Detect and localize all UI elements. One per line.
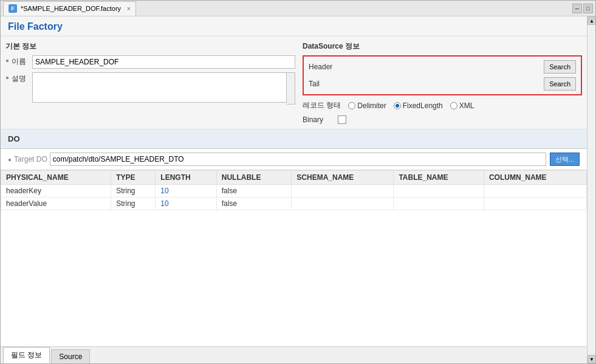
- header-search-button[interactable]: Search: [544, 60, 576, 74]
- cell-length: 10: [156, 185, 216, 197]
- desc-textarea[interactable]: [32, 72, 287, 103]
- desc-scrollbar[interactable]: [287, 72, 295, 105]
- tab-close-button[interactable]: ×: [127, 5, 131, 12]
- fixedlength-label: FixedLength: [403, 101, 443, 110]
- main-panel: File Factory 기본 정보 ● 이름 ● 설명: [1, 16, 587, 363]
- cell-schema-name: [292, 185, 394, 197]
- header-row: Header Search: [309, 60, 576, 74]
- record-type-row: 레코드 형태 Delimiter FixedLength: [303, 100, 582, 111]
- select-button[interactable]: 선택...: [550, 153, 580, 166]
- fixedlength-radio-circle: [394, 102, 401, 109]
- col-nullable: NULLABLE: [216, 171, 292, 185]
- target-do-label: Target DO: [14, 155, 47, 163]
- cell-schema-name: [292, 197, 394, 210]
- data-table: PHYSICAL_NAME TYPE LENGTH NULLABLE SCHEM…: [1, 170, 587, 210]
- target-do-bullet: ●: [8, 156, 12, 163]
- col-table-name: TABLE_NAME: [394, 171, 484, 185]
- minimize-button[interactable]: ─: [572, 4, 582, 13]
- editor-tab[interactable]: F *SAMPLE_HEADER_DOF.factory ×: [3, 1, 136, 16]
- name-field-row: ● 이름: [5, 55, 295, 69]
- cell-physical-name: headerKey: [1, 185, 111, 197]
- col-column-name: COLUMN_NAME: [484, 171, 586, 185]
- desc-bullet: ●: [5, 74, 9, 81]
- scroll-up-button[interactable]: ▲: [587, 16, 595, 25]
- col-length: LENGTH: [156, 171, 216, 185]
- delimiter-label: Delimiter: [357, 101, 386, 110]
- desc-field-row: ● 설명: [5, 72, 295, 105]
- table-container[interactable]: PHYSICAL_NAME TYPE LENGTH NULLABLE SCHEM…: [1, 170, 587, 346]
- name-bullet: ●: [5, 57, 9, 64]
- cell-table-name: [394, 185, 484, 197]
- cell-type: String: [111, 185, 156, 197]
- do-section-header: DO: [1, 129, 587, 149]
- tab-field-info[interactable]: 필드 정보: [3, 347, 50, 363]
- desc-label: 설명: [12, 74, 29, 84]
- delimiter-radio[interactable]: Delimiter: [348, 101, 386, 110]
- restore-button[interactable]: □: [583, 4, 593, 13]
- cell-column-name: [484, 197, 586, 210]
- main-window: F *SAMPLE_HEADER_DOF.factory × ─ □ File …: [0, 0, 596, 364]
- name-label: 이름: [12, 57, 29, 67]
- cell-length: 10: [156, 197, 216, 210]
- fixedlength-radio[interactable]: FixedLength: [394, 101, 443, 110]
- cell-column-name: [484, 185, 586, 197]
- col-physical-name: PHYSICAL_NAME: [1, 171, 111, 185]
- binary-row: Binary: [303, 115, 582, 124]
- name-input[interactable]: [32, 55, 295, 69]
- binary-checkbox[interactable]: [338, 115, 346, 124]
- record-type-radio-group: Delimiter FixedLength XML: [348, 101, 474, 110]
- cell-nullable: false: [216, 197, 292, 210]
- window-controls: ─ □: [572, 4, 593, 13]
- cell-type: String: [111, 197, 156, 210]
- scroll-down-button[interactable]: ▼: [587, 355, 595, 363]
- target-do-input[interactable]: [50, 153, 546, 166]
- col-schema-name: SCHEMA_NAME: [292, 171, 394, 185]
- cell-nullable: false: [216, 185, 292, 197]
- cell-table-name: [394, 197, 484, 210]
- datasource-label: DataSource 정보: [303, 41, 582, 52]
- tail-search-button[interactable]: Search: [544, 77, 576, 91]
- tail-row: Tail Search: [309, 77, 576, 91]
- basic-info-section: 기본 정보 ● 이름 ● 설명: [5, 41, 295, 124]
- tab-label: *SAMPLE_HEADER_DOF.factory: [21, 5, 121, 12]
- datasource-box: Header Search Tail Search: [303, 55, 582, 95]
- top-section: 기본 정보 ● 이름 ● 설명: [1, 36, 587, 129]
- cell-physical-name: headerValue: [1, 197, 111, 210]
- header-label: Header: [309, 63, 339, 71]
- record-type-label: 레코드 형태: [303, 100, 341, 111]
- right-scrollbar[interactable]: ▲ ▼: [587, 16, 595, 363]
- tail-label: Tail: [309, 80, 339, 88]
- delimiter-radio-circle: [348, 102, 355, 109]
- bottom-tabs: 필드 정보 Source: [1, 346, 587, 363]
- xml-radio-circle: [450, 102, 457, 109]
- table-row[interactable]: headerKey String 10 false: [1, 185, 587, 197]
- app-title: File Factory: [1, 16, 587, 36]
- tab-source[interactable]: Source: [51, 349, 90, 363]
- desc-textarea-wrapper: [32, 72, 295, 105]
- table-row[interactable]: headerValue String 10 false: [1, 197, 587, 210]
- binary-label: Binary: [303, 115, 333, 124]
- xml-radio[interactable]: XML: [450, 101, 474, 110]
- file-factory-icon: F: [9, 4, 17, 13]
- col-type: TYPE: [111, 171, 156, 185]
- title-bar: F *SAMPLE_HEADER_DOF.factory × ─ □: [1, 1, 595, 16]
- basic-info-label: 기본 정보: [5, 41, 295, 52]
- datasource-section: DataSource 정보 Header Search Tail Search …: [303, 41, 582, 124]
- xml-label: XML: [459, 101, 474, 110]
- target-do-row: ● Target DO 선택...: [1, 149, 587, 170]
- table-header-row: PHYSICAL_NAME TYPE LENGTH NULLABLE SCHEM…: [1, 171, 587, 185]
- scroll-track[interactable]: [587, 25, 595, 355]
